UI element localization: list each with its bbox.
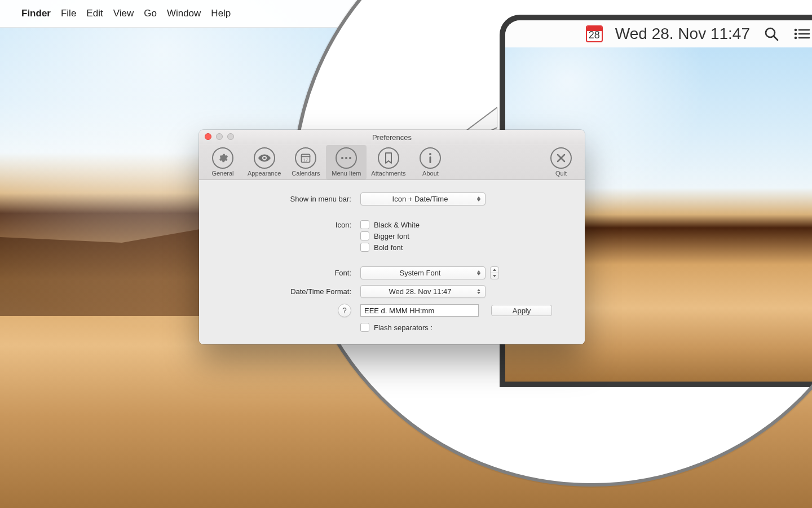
svg-text:17: 17 (303, 157, 308, 163)
checkbox-box (360, 231, 369, 240)
tab-attachments[interactable]: Attachments (367, 145, 410, 179)
menu-help[interactable]: Help (211, 8, 231, 19)
svg-point-9 (263, 157, 266, 159)
checkbox-label: Flash separators : (374, 323, 433, 332)
bookmark-icon (378, 147, 399, 169)
svg-point-6 (795, 37, 797, 40)
checkbox-box (360, 243, 369, 252)
stepper-down[interactable] (491, 273, 498, 279)
window-title: Preferences (372, 133, 412, 142)
preferences-content: Show in menu bar: Icon + Date/Time Icon:… (199, 180, 585, 344)
datetime-format-label: Date/Time Format: (222, 287, 360, 296)
popup-value: Icon + Date/Time (392, 195, 448, 203)
tab-label: Appearance (248, 170, 281, 177)
minimize-window-button[interactable] (216, 133, 223, 140)
close-window-button[interactable] (205, 133, 211, 140)
svg-point-15 (349, 157, 351, 159)
tab-label: Menu Item (332, 170, 361, 177)
menu-view[interactable]: View (113, 8, 134, 19)
app-name[interactable]: Finder (21, 8, 51, 19)
menubar-datetime[interactable]: Wed 28. Nov 11:47 (615, 25, 750, 43)
gear-icon (212, 147, 233, 169)
traffic-lights (205, 133, 234, 140)
apply-button[interactable]: Apply (491, 305, 552, 316)
eye-icon (254, 147, 275, 169)
datetime-format-popup[interactable]: Wed 28. Nov 11:47 (360, 285, 486, 298)
calendar-menubar-icon[interactable]: 28 (586, 25, 603, 42)
tab-label: Quit (555, 170, 567, 177)
svg-point-2 (795, 29, 797, 32)
svg-point-14 (345, 157, 347, 159)
svg-line-1 (774, 36, 778, 40)
menu-file[interactable]: File (61, 8, 76, 19)
info-icon (420, 147, 441, 169)
stepper-up[interactable] (491, 267, 498, 273)
window-titlebar[interactable]: Preferences (199, 130, 585, 145)
tab-label: Attachments (371, 170, 405, 177)
black-white-checkbox[interactable]: Black & White (360, 220, 420, 229)
show-in-menubar-popup[interactable]: Icon + Date/Time (360, 192, 486, 205)
font-label: Font: (222, 269, 360, 277)
checkbox-label: Black & White (374, 221, 420, 229)
checkbox-box (360, 220, 369, 229)
tab-about[interactable]: About (410, 145, 451, 179)
magnified-menubar: 28 Wed 28. Nov 11:47 (505, 20, 812, 47)
close-icon (550, 147, 572, 169)
chevron-updown-icon (474, 194, 483, 204)
calendar-icon: 17 (295, 147, 316, 169)
quit-button[interactable]: Quit (541, 145, 581, 179)
popup-value: Wed 28. Nov 11:47 (389, 287, 451, 296)
chevron-updown-icon (474, 268, 483, 278)
checkbox-label: Bold font (374, 243, 403, 252)
tab-menu-item[interactable]: Menu Item (326, 145, 367, 179)
tab-label: Calendars (292, 170, 320, 177)
svg-point-13 (341, 157, 343, 159)
flash-separators-checkbox[interactable]: Flash separators : (360, 323, 433, 332)
help-button[interactable]: ? (338, 304, 351, 317)
calendar-day-number: 28 (589, 30, 600, 40)
spotlight-search-icon[interactable] (762, 25, 780, 43)
preferences-window: Preferences General Appearance 17 Calend… (199, 130, 585, 344)
show-in-menubar-label: Show in menu bar: (222, 195, 360, 203)
datetime-format-input[interactable] (360, 304, 479, 317)
tab-label: General (211, 170, 233, 177)
chevron-updown-icon (474, 287, 483, 296)
ellipsis-icon (336, 147, 357, 169)
svg-point-16 (429, 153, 431, 155)
tab-label: About (422, 170, 439, 177)
preferences-toolbar: General Appearance 17 Calendars Menu Ite… (199, 145, 585, 180)
icon-label: Icon: (222, 221, 360, 229)
svg-point-4 (795, 33, 797, 36)
checkbox-box (360, 323, 369, 332)
menu-window[interactable]: Window (167, 8, 201, 19)
tab-general[interactable]: General (202, 145, 243, 179)
notification-center-icon[interactable] (793, 25, 811, 43)
bold-font-checkbox[interactable]: Bold font (360, 243, 403, 252)
font-size-stepper[interactable] (490, 266, 499, 279)
tab-appearance[interactable]: Appearance (243, 145, 285, 179)
popup-value: System Font (400, 269, 441, 277)
menu-go[interactable]: Go (144, 8, 157, 19)
tab-calendars[interactable]: 17 Calendars (285, 145, 326, 179)
bigger-font-checkbox[interactable]: Bigger font (360, 231, 409, 240)
svg-rect-17 (430, 156, 431, 163)
menu-edit[interactable]: Edit (86, 8, 103, 19)
checkbox-label: Bigger font (374, 232, 409, 240)
font-popup[interactable]: System Font (360, 266, 486, 279)
zoom-window-button[interactable] (227, 133, 234, 140)
